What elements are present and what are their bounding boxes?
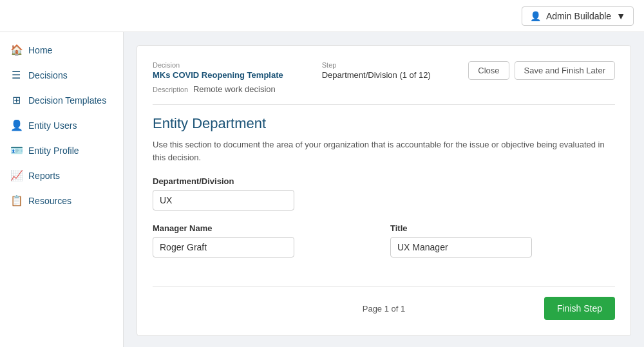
person-icon: 👤 bbox=[530, 11, 541, 21]
meta-row: Decision MKs COVID Reopening Template St… bbox=[153, 61, 431, 80]
decision-value: MKs COVID Reopening Template bbox=[153, 70, 283, 80]
title-field-group: Title bbox=[390, 223, 615, 258]
decisions-icon: ☰ bbox=[10, 69, 22, 81]
decision-label: Decision bbox=[153, 61, 283, 69]
section-description: Use this section to document the area of… bbox=[153, 138, 615, 164]
step-value: Department/Division (1 of 12) bbox=[322, 70, 431, 80]
sidebar-item-home[interactable]: 🏠 Home bbox=[0, 37, 123, 62]
topbar: 👤 Admin Buildable ▼ bbox=[0, 0, 644, 32]
app-layout: 🏠 Home ☰ Decisions ⊞ Decision Templates … bbox=[0, 32, 644, 347]
resources-icon: 📋 bbox=[10, 194, 22, 207]
title-input[interactable] bbox=[390, 237, 532, 258]
sidebar-label-resources: Resources bbox=[28, 196, 71, 206]
section-title: Entity Department bbox=[153, 115, 615, 132]
entity-profile-icon: 🪪 bbox=[10, 144, 22, 156]
description-row: Description Remote work decision bbox=[153, 84, 431, 94]
step-label: Step bbox=[322, 61, 431, 69]
sidebar-item-decisions[interactable]: ☰ Decisions bbox=[0, 62, 123, 88]
templates-icon: ⊞ bbox=[10, 94, 22, 106]
description-label: Description bbox=[153, 86, 188, 93]
header-divider bbox=[153, 104, 615, 105]
page-info: Page 1 of 1 bbox=[307, 304, 460, 314]
content-card: Decision MKs COVID Reopening Template St… bbox=[137, 45, 631, 336]
description-value: Remote work decision bbox=[193, 84, 276, 94]
finish-step-button[interactable]: Finish Step bbox=[544, 297, 615, 320]
close-button[interactable]: Close bbox=[468, 61, 509, 80]
sidebar-item-reports[interactable]: 📈 Reports bbox=[0, 163, 123, 188]
decision-col: Decision MKs COVID Reopening Template bbox=[153, 61, 283, 80]
footer: Page 1 of 1 Finish Step bbox=[153, 286, 615, 320]
header-actions: Close Save and Finish Later bbox=[468, 61, 615, 80]
decision-meta: Decision MKs COVID Reopening Template St… bbox=[153, 61, 431, 94]
department-field-group: Department/Division bbox=[153, 176, 615, 211]
step-col: Step Department/Division (1 of 12) bbox=[322, 61, 431, 80]
chevron-down-icon: ▼ bbox=[616, 11, 625, 21]
sidebar-label-reports: Reports bbox=[28, 171, 60, 181]
manager-title-row: Manager Name Title bbox=[153, 223, 615, 270]
step-name: Department/Division (1 of 12) bbox=[322, 70, 431, 80]
manager-field-group: Manager Name bbox=[153, 223, 377, 258]
entity-users-icon: 👤 bbox=[10, 119, 22, 131]
home-icon: 🏠 bbox=[10, 44, 22, 56]
sidebar-item-decision-templates[interactable]: ⊞ Decision Templates bbox=[0, 88, 123, 113]
decision-name: MKs COVID Reopening Template bbox=[153, 70, 283, 80]
sidebar-label-home: Home bbox=[28, 45, 52, 55]
department-input[interactable] bbox=[153, 190, 294, 211]
manager-label: Manager Name bbox=[153, 223, 377, 233]
sidebar-item-entity-profile[interactable]: 🪪 Entity Profile bbox=[0, 138, 123, 163]
sidebar-item-resources[interactable]: 📋 Resources bbox=[0, 188, 123, 213]
department-label: Department/Division bbox=[153, 176, 615, 186]
user-name: Admin Buildable bbox=[546, 11, 611, 21]
save-finish-later-button[interactable]: Save and Finish Later bbox=[515, 61, 615, 80]
footer-right: Finish Step bbox=[461, 297, 615, 320]
sidebar-label-decision-templates: Decision Templates bbox=[28, 95, 106, 106]
sidebar-label-decisions: Decisions bbox=[28, 70, 68, 80]
sidebar-label-entity-users: Entity Users bbox=[28, 120, 77, 131]
sidebar-label-entity-profile: Entity Profile bbox=[28, 145, 79, 156]
title-label: Title bbox=[390, 223, 615, 233]
main-content: Decision MKs COVID Reopening Template St… bbox=[124, 32, 644, 347]
decision-header: Decision MKs COVID Reopening Template St… bbox=[153, 61, 615, 94]
sidebar: 🏠 Home ☰ Decisions ⊞ Decision Templates … bbox=[0, 32, 124, 347]
sidebar-item-entity-users[interactable]: 👤 Entity Users bbox=[0, 113, 123, 138]
reports-icon: 📈 bbox=[10, 169, 22, 182]
user-menu[interactable]: 👤 Admin Buildable ▼ bbox=[522, 6, 634, 26]
manager-name-input[interactable] bbox=[153, 237, 294, 258]
